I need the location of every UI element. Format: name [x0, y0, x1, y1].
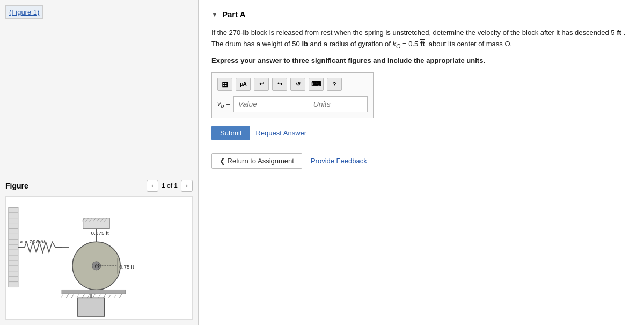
svg-line-37: [93, 294, 96, 298]
bottom-row: ❮ Return to Assignment Provide Feedback: [211, 153, 631, 169]
figure-link[interactable]: (Figure 1): [5, 5, 43, 19]
request-answer-link[interactable]: Request Answer: [255, 129, 306, 137]
svg-line-40: [108, 294, 111, 298]
page-indicator: 1 of 1: [162, 182, 178, 190]
svg-line-42: [119, 294, 122, 298]
svg-rect-0: [9, 207, 18, 287]
input-label: vb =: [217, 99, 230, 109]
mu-button[interactable]: μA: [236, 78, 251, 91]
units-input[interactable]: [309, 96, 368, 112]
part-title: Part A: [222, 10, 246, 19]
keyboard-button[interactable]: ⌨: [309, 78, 324, 91]
figure-nav: ‹ 1 of 1 ›: [147, 180, 193, 192]
svg-line-32: [66, 294, 69, 298]
svg-line-33: [71, 294, 74, 298]
submit-button[interactable]: Submit: [211, 126, 250, 140]
prev-page-button[interactable]: ‹: [147, 180, 158, 192]
svg-line-35: [82, 294, 85, 298]
help-button[interactable]: ?: [327, 78, 342, 91]
part-header: ▼ Part A: [211, 10, 631, 19]
toolbar: ⊞ μA ↩ ↪ ↺ ⌨ ?: [217, 78, 368, 91]
collapse-arrow-icon[interactable]: ▼: [211, 11, 218, 18]
refresh-button[interactable]: ↺: [290, 78, 305, 91]
figure-diagram: k = 75 lb/ft O 0.375 ft 0.75 ft: [5, 196, 193, 320]
action-row: Submit Request Answer: [211, 126, 631, 140]
svg-rect-28: [78, 298, 105, 316]
right-panel: ▼ Part A If the 270-lb block is released…: [199, 0, 644, 325]
return-to-assignment-button[interactable]: ❮ Return to Assignment: [211, 153, 302, 169]
svg-line-41: [114, 294, 116, 298]
svg-line-36: [87, 294, 90, 298]
problem-text: If the 270-lb block is released from res…: [211, 27, 631, 51]
left-panel: (Figure 1) Figure ‹ 1 of 1 ›: [0, 0, 199, 325]
value-input[interactable]: [233, 96, 309, 112]
svg-text:0.375 ft: 0.375 ft: [91, 230, 109, 236]
figure-header: Figure ‹ 1 of 1 ›: [5, 180, 193, 192]
figure-section: Figure ‹ 1 of 1 ›: [5, 175, 193, 320]
figure-title: Figure: [5, 182, 28, 190]
undo-button[interactable]: ↩: [254, 78, 269, 91]
next-page-button[interactable]: ›: [181, 180, 193, 192]
input-row: vb =: [217, 96, 368, 112]
svg-text:0.75 ft: 0.75 ft: [119, 264, 134, 270]
svg-rect-29: [62, 290, 126, 294]
answer-box: ⊞ μA ↩ ↪ ↺ ⌨ ? vb =: [211, 72, 374, 118]
svg-line-38: [98, 294, 101, 298]
svg-line-31: [61, 294, 63, 298]
provide-feedback-link[interactable]: Provide Feedback: [311, 157, 367, 165]
svg-line-34: [77, 294, 79, 298]
table-icon-button[interactable]: ⊞: [217, 78, 232, 91]
diagram-svg: k = 75 lb/ft O 0.375 ft 0.75 ft: [6, 197, 192, 319]
redo-button[interactable]: ↪: [272, 78, 287, 91]
svg-line-39: [103, 294, 106, 298]
sig-figs-text: Express your answer to three significant…: [211, 56, 631, 64]
